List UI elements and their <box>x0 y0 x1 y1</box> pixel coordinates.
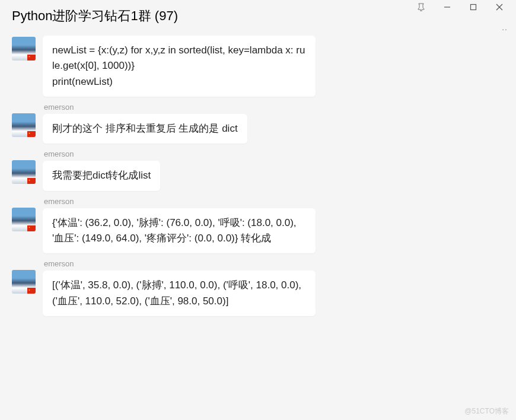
message-bubble[interactable]: {'体温': (36.2, 0.0), '脉搏': (76.0, 0.0), '… <box>43 208 316 254</box>
avatar[interactable] <box>12 160 36 184</box>
message-bubble[interactable]: 我需要把dict转化成list <box>43 161 160 190</box>
svg-rect-1 <box>471 5 476 10</box>
message-row: emerson 我需要把dict转化成list <box>12 149 504 190</box>
message-row: emerson {'体温': (36.2, 0.0), '脉搏': (76.0,… <box>12 197 504 254</box>
message-row: newList = {x:(y,z) for x,y,z in sorted(l… <box>12 36 504 97</box>
message-bubble[interactable]: [('体温', 35.8, 0.0), ('脉搏', 110.0, 0.0), … <box>43 271 316 316</box>
avatar[interactable] <box>12 208 36 231</box>
minimize-icon[interactable] <box>442 2 452 12</box>
message-row: emerson 刚才的这个 排序和去重复后 生成的是 dict <box>12 103 504 144</box>
sender-name: emerson <box>44 103 247 112</box>
sender-name: emerson <box>44 149 160 158</box>
watermark: @51CTO博客 <box>464 406 509 416</box>
avatar[interactable] <box>12 37 36 61</box>
message-row: emerson [('体温', 35.8, 0.0), ('脉搏', 110.0… <box>12 259 504 316</box>
message-bubble[interactable]: 刚才的这个 排序和去重复后 生成的是 dict <box>43 114 247 144</box>
message-bubble[interactable]: newList = {x:(y,z) for x,y,z in sorted(l… <box>43 36 316 97</box>
sender-name: emerson <box>44 259 316 268</box>
close-icon[interactable] <box>495 2 504 12</box>
chat-area: newList = {x:(y,z) for x,y,z in sorted(l… <box>0 30 516 316</box>
avatar[interactable] <box>12 270 36 294</box>
more-icon[interactable]: .. <box>502 23 508 32</box>
maximize-icon[interactable] <box>469 2 478 12</box>
pin-icon[interactable] <box>416 2 426 12</box>
chat-title: Python进阶学习钻石1群 (97) <box>12 7 178 25</box>
sender-name: emerson <box>44 197 316 206</box>
avatar[interactable] <box>12 113 36 137</box>
